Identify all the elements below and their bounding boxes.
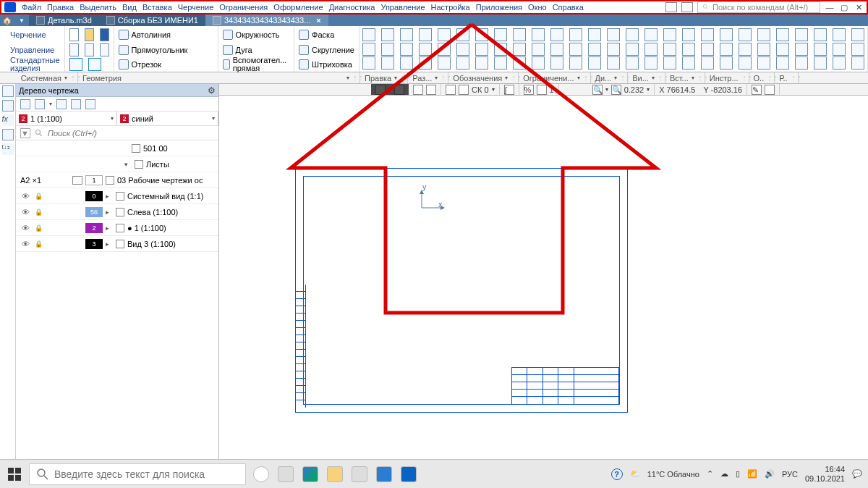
clock[interactable]: 16:44 09.10.2021 <box>805 465 845 482</box>
snap-icon[interactable] <box>459 85 469 95</box>
weather-label[interactable]: 11°C Облачно <box>647 470 699 479</box>
grid-icon[interactable] <box>446 85 456 95</box>
volume-icon[interactable]: 🔊 <box>765 469 775 479</box>
ribbon-tool-icon[interactable] <box>814 28 827 41</box>
mode-drawing[interactable]: Черчение <box>10 30 46 39</box>
ribbon-tool-icon[interactable] <box>588 43 601 56</box>
menu-select[interactable]: Выделить <box>80 3 116 12</box>
ribbon-tool-icon[interactable] <box>475 56 488 70</box>
ribbon-tool-icon[interactable] <box>569 43 582 56</box>
tree-row[interactable]: 👁🔒 2 ▸● 1 (1:100) <box>16 220 218 236</box>
eye-icon[interactable]: 👁 <box>20 191 30 201</box>
ribbon-tool-icon[interactable] <box>739 28 752 41</box>
ribbon-tool-icon[interactable] <box>663 56 676 70</box>
tree-tool2-icon[interactable] <box>35 99 45 109</box>
eye-icon[interactable]: 👁 <box>20 239 30 249</box>
ribbon-tool-icon[interactable] <box>757 43 770 56</box>
ribbon-tool-icon[interactable] <box>438 43 451 56</box>
help-icon[interactable]: ? <box>611 468 623 480</box>
sect-vi[interactable]: Ви... <box>632 74 649 83</box>
battery-icon[interactable]: ▯ <box>736 469 740 479</box>
ribbon-tool-icon[interactable] <box>513 56 526 70</box>
ribbon-tool-icon[interactable] <box>381 28 394 41</box>
menu-settings[interactable]: Настройка <box>431 3 470 12</box>
canvas[interactable]: yx <box>219 96 868 475</box>
ribbon-tool-icon[interactable] <box>456 56 469 70</box>
tree-search-input[interactable] <box>48 129 214 138</box>
sect-r[interactable]: Р.. <box>779 74 787 83</box>
print-icon[interactable] <box>69 43 79 56</box>
cmd-autoline[interactable]: Автолиния <box>119 30 171 40</box>
ribbon-tool-icon[interactable] <box>644 43 658 56</box>
mode-manage[interactable]: Управление <box>10 46 54 54</box>
sect-ins[interactable]: Вст... <box>670 74 689 83</box>
ribbon-tool-icon[interactable] <box>381 43 394 56</box>
tray-chevron-icon[interactable]: ⌃ <box>707 469 713 479</box>
menu-edit[interactable]: Правка <box>47 3 74 12</box>
ribbon-tool-icon[interactable] <box>475 28 488 41</box>
ribbon-tool-icon[interactable] <box>851 28 864 41</box>
ribbon-tool-icon[interactable] <box>757 56 770 70</box>
zoom-value[interactable]: 0.232 <box>624 85 644 94</box>
ribbon-tool-icon[interactable] <box>381 56 394 70</box>
tab-assembly[interactable]: Сборка БЕЗ ИМЕНИ1 <box>99 14 205 26</box>
kompas-icon[interactable] <box>401 466 417 482</box>
ribbon-tool-icon[interactable] <box>607 43 620 56</box>
sect-o[interactable]: О.. <box>754 74 765 83</box>
ribbon-tool-icon[interactable] <box>569 28 582 41</box>
close-button[interactable]: ✕ <box>854 2 864 12</box>
home-icon[interactable]: 🏠 <box>0 14 14 26</box>
tree-tool5-icon[interactable] <box>85 99 95 109</box>
notifications-icon[interactable]: 💬 <box>852 469 862 479</box>
ribbon-tool-icon[interactable] <box>644 28 658 41</box>
open-icon[interactable] <box>85 28 94 41</box>
onedrive-icon[interactable]: ☁ <box>720 469 728 479</box>
ribbon-tool-icon[interactable] <box>419 56 432 70</box>
mail-icon[interactable] <box>376 466 392 482</box>
ribbon-tool-icon[interactable] <box>701 56 714 70</box>
ribbon-tool-icon[interactable] <box>588 28 601 41</box>
ribbon-tool-icon[interactable] <box>626 28 639 41</box>
menu-window[interactable]: Окно <box>528 3 547 12</box>
ctx-b-icon[interactable] <box>426 85 436 95</box>
ribbon-tool-icon[interactable] <box>682 43 695 56</box>
ribbon-tool-icon[interactable] <box>475 43 488 56</box>
cmd-segment[interactable]: Отрезок <box>119 59 161 70</box>
sect-annot[interactable]: Обозначения <box>453 74 502 83</box>
ribbon-tool-icon[interactable] <box>456 28 469 41</box>
ribbon-tool-icon[interactable] <box>682 56 695 70</box>
sect-system[interactable]: Системная <box>21 74 61 83</box>
ribbon-tool-icon[interactable] <box>532 43 545 56</box>
ribbon-tool-icon[interactable] <box>833 28 846 41</box>
command-search[interactable]: Поиск по командам (Alt+/) <box>697 1 820 13</box>
sect-dim[interactable]: Раз... <box>412 74 432 83</box>
ribbon-tool-icon[interactable] <box>438 28 451 41</box>
brush-icon[interactable] <box>765 85 775 95</box>
cmd-chamfer[interactable]: Фаска <box>299 30 334 40</box>
explorer-icon[interactable] <box>327 466 343 482</box>
sheets-node[interactable]: ▾Листы <box>16 156 218 172</box>
ribbon-tool-icon[interactable] <box>851 56 864 70</box>
ribbon-tool-icon[interactable] <box>814 56 827 70</box>
tree-row[interactable]: A2 ×1 1 03 Рабочие чертежи ос <box>16 172 218 188</box>
cmd-circle[interactable]: Окружность <box>223 30 280 40</box>
menu-file[interactable]: Файл <box>22 3 41 12</box>
eye-icon[interactable]: 👁 <box>20 223 30 233</box>
percent-icon[interactable]: % <box>524 85 534 95</box>
tree-row[interactable]: 👁🔒 0 ▸Системный вид (1:1) <box>16 188 218 204</box>
menu-view[interactable]: Вид <box>122 3 137 12</box>
color-combo[interactable]: 2 синий ▾ <box>117 112 218 125</box>
sect-geometry[interactable]: Геометрия <box>82 74 122 83</box>
ribbon-tool-icon[interactable] <box>720 43 733 56</box>
tab-detail[interactable]: Деталь.m3d <box>29 14 99 26</box>
ribbon-tool-icon[interactable] <box>456 43 469 56</box>
ribbon-tool-icon[interactable] <box>757 28 770 41</box>
cmd-fillet[interactable]: Скругление <box>299 45 354 55</box>
ribbon-tool-icon[interactable] <box>550 56 563 70</box>
ribbon-tool-icon[interactable] <box>550 43 563 56</box>
cmd-arc[interactable]: Дуга <box>223 45 252 55</box>
ribbon-tool-icon[interactable] <box>362 56 375 70</box>
ribbon-tool-icon[interactable] <box>833 43 846 56</box>
ctx-sk-label[interactable]: СК 0 <box>472 85 489 94</box>
zoomfit-icon[interactable]: 🔍 <box>592 85 603 95</box>
